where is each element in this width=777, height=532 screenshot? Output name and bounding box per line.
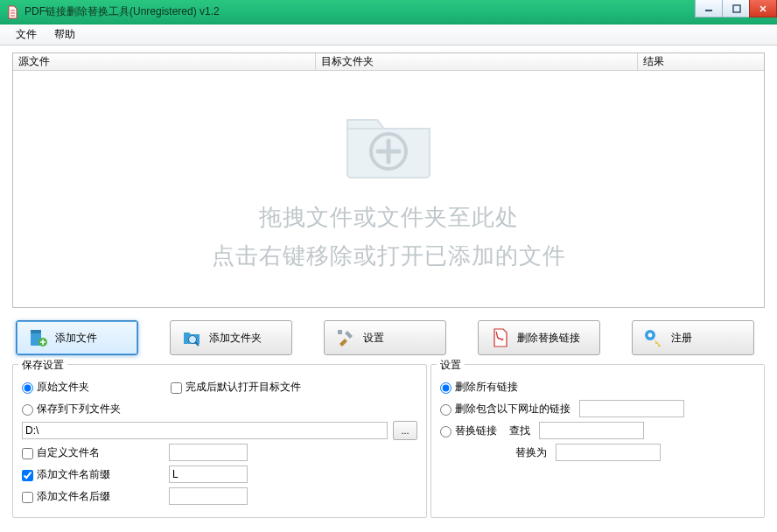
drop-hint-line1: 拖拽文件或文件夹至此处: [259, 198, 519, 236]
find-input[interactable]: [539, 422, 644, 439]
checkbox-add-suffix-label: 添加文件名后缀: [37, 489, 110, 504]
maximize-button[interactable]: [722, 0, 750, 18]
folder-plus-icon: [340, 104, 437, 186]
column-target[interactable]: 目标文件夹: [316, 53, 638, 70]
app-icon: [5, 5, 19, 19]
key-icon: [643, 327, 664, 348]
menu-help[interactable]: 帮助: [46, 24, 84, 45]
checkbox-open-after-label: 完成后默认打开目标文件: [186, 380, 301, 395]
add-file-icon: [27, 327, 48, 348]
checkbox-custom-name-label: 自定义文件名: [37, 445, 100, 460]
save-settings-group: 保存设置 原始文件夹 保存到下列文件夹: [12, 364, 427, 518]
radio-save-to-folder-input[interactable]: [22, 404, 33, 416]
list-header: 源文件 目标文件夹 结果: [13, 53, 764, 71]
register-label: 注册: [671, 331, 692, 346]
add-file-button[interactable]: 添加文件: [16, 320, 138, 355]
checkbox-add-suffix-input[interactable]: [22, 492, 33, 503]
radio-delete-containing[interactable]: 删除包含以下网址的链接: [440, 402, 570, 416]
checkbox-add-prefix-input[interactable]: [22, 470, 33, 481]
minimize-button[interactable]: [695, 0, 723, 18]
close-button[interactable]: [749, 0, 777, 18]
delete-replace-button[interactable]: 删除替换链接: [478, 320, 600, 355]
replace-with-input[interactable]: [556, 444, 661, 461]
column-source[interactable]: 源文件: [13, 53, 316, 70]
pdf-links-icon: [489, 327, 510, 348]
radio-original-folder[interactable]: 原始文件夹: [22, 380, 89, 395]
menubar: 文件 帮助: [0, 24, 777, 46]
checkbox-add-prefix[interactable]: 添加文件名前缀: [22, 467, 164, 482]
add-folder-button[interactable]: 添加文件夹: [170, 320, 292, 355]
radio-original-folder-label: 原始文件夹: [37, 380, 89, 395]
custom-name-input[interactable]: [169, 444, 248, 461]
svg-rect-0: [733, 5, 740, 12]
register-button[interactable]: 注册: [632, 320, 754, 355]
drop-hint-line2: 点击右键移除或打开已添加的文件: [212, 236, 566, 275]
add-folder-icon: [181, 327, 202, 348]
tools-icon: [335, 327, 356, 348]
save-legend: 保存设置: [18, 358, 67, 373]
svg-rect-5: [338, 330, 342, 334]
radio-original-folder-input[interactable]: [22, 382, 33, 394]
suffix-input[interactable]: [169, 487, 248, 505]
radio-delete-all-input[interactable]: [440, 382, 452, 394]
window-title: PDF链接删除替换工具(Unregistered) v1.2: [24, 4, 220, 19]
radio-replace-link-label: 替换链接: [455, 424, 497, 438]
window-buttons: [696, 0, 777, 18]
drop-zone[interactable]: 拖拽文件或文件夹至此处 点击右键移除或打开已添加的文件: [13, 71, 764, 307]
replace-with-label: 替换为: [515, 445, 547, 460]
link-settings-group: 设置 删除所有链接 删除包含以下网址的链接 替换链接 查找: [430, 364, 765, 518]
radio-save-to-folder[interactable]: 保存到下列文件夹: [22, 402, 121, 416]
radio-delete-containing-label: 删除包含以下网址的链接: [455, 402, 570, 416]
radio-save-to-folder-label: 保存到下列文件夹: [37, 402, 121, 416]
add-folder-label: 添加文件夹: [209, 331, 262, 346]
path-input[interactable]: [22, 422, 388, 439]
browse-button[interactable]: ...: [393, 421, 417, 440]
checkbox-open-after[interactable]: 完成后默认打开目标文件: [171, 380, 301, 395]
titlebar: PDF链接删除替换工具(Unregistered) v1.2: [0, 0, 777, 24]
checkbox-custom-name-input[interactable]: [22, 448, 33, 459]
add-file-label: 添加文件: [55, 331, 97, 346]
checkbox-open-after-input[interactable]: [171, 382, 182, 394]
svg-point-7: [648, 333, 653, 338]
file-list[interactable]: 源文件 目标文件夹 结果 拖拽文件或文件夹至此处 点击右键移除或打开已添加的文件: [12, 52, 765, 308]
checkbox-add-suffix[interactable]: 添加文件名后缀: [22, 489, 164, 504]
settings-button[interactable]: 设置: [324, 320, 446, 355]
radio-replace-link-input[interactable]: [440, 426, 452, 438]
column-result[interactable]: 结果: [638, 53, 764, 70]
prefix-input[interactable]: [169, 466, 248, 483]
link-legend: 设置: [437, 358, 465, 373]
delete-containing-input[interactable]: [579, 400, 684, 417]
find-label: 查找: [509, 424, 530, 438]
radio-delete-all-label: 删除所有链接: [455, 380, 518, 395]
checkbox-custom-name[interactable]: 自定义文件名: [22, 445, 164, 460]
radio-replace-link[interactable]: 替换链接: [440, 424, 497, 438]
checkbox-add-prefix-label: 添加文件名前缀: [37, 467, 110, 482]
settings-label: 设置: [363, 331, 384, 346]
toolbar: 添加文件 添加文件夹 设置 删除替换链接 注册: [12, 320, 765, 355]
menu-file[interactable]: 文件: [7, 24, 46, 45]
delete-replace-label: 删除替换链接: [517, 331, 580, 346]
radio-delete-containing-input[interactable]: [440, 404, 452, 416]
radio-delete-all[interactable]: 删除所有链接: [440, 380, 518, 395]
